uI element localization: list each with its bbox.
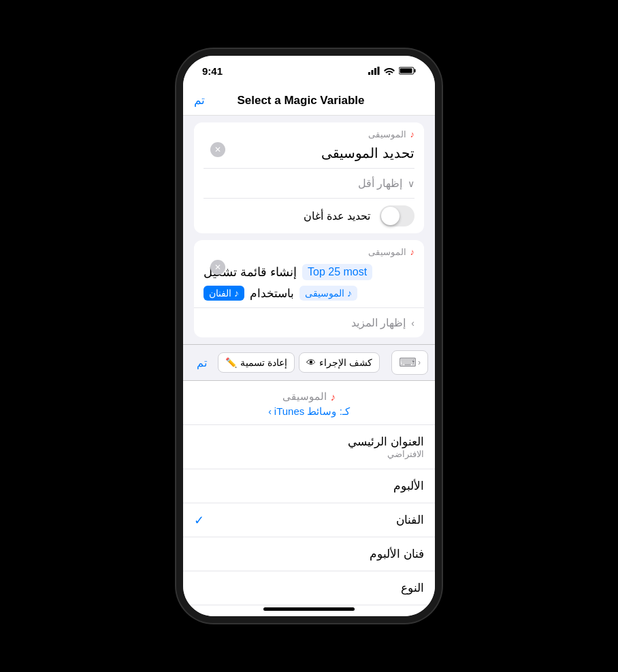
show-less-label: إظهار أقل	[358, 177, 402, 190]
toggle-label: تحديد عدة أغان	[304, 209, 370, 222]
list-item-label: الفنان	[396, 513, 424, 527]
magic-itunes-row: كـ: وسائط iTunes ›	[183, 404, 435, 424]
home-indicator	[263, 607, 355, 611]
music-label-row-2: الموسيقى ♪	[194, 240, 424, 260]
nav-done-button[interactable]: تم	[194, 93, 205, 107]
list-item-label: العنوان الرئيسي	[348, 435, 424, 449]
close-button-2[interactable]: ✕	[210, 260, 225, 275]
toolbar-done-button[interactable]: تم	[190, 352, 214, 373]
checkmark-icon: ✓	[194, 513, 204, 528]
show-action-button[interactable]: 👁 كشف الإجراء	[299, 352, 380, 373]
music-badge-icon: ♪	[347, 288, 352, 299]
status-icons	[368, 67, 416, 75]
itunes-label: كـ: وسائط iTunes	[274, 405, 350, 418]
music-note-icon-1: ♪	[410, 129, 415, 139]
create-playlist-card: الموسيقى ♪ ✕ Top 25 most إنشاء قائمة تشغ…	[194, 240, 424, 337]
music-label-1: الموسيقى	[368, 129, 406, 139]
wifi-icon	[384, 67, 395, 75]
music-select-card: الموسيقى ♪ ✕ تحديد الموسيقى إظهار أقل ∨ …	[194, 122, 424, 233]
card-title-1: تحديد الموسيقى	[321, 145, 414, 161]
list-item[interactable]: النوع	[183, 571, 435, 605]
keyboard-icon: ⌨	[399, 355, 417, 370]
music-badge[interactable]: ♪ الموسيقى	[299, 286, 357, 301]
list-item[interactable]: الألبوم	[183, 469, 435, 503]
list-item-label: فنان الألبوم	[370, 547, 424, 561]
music-label-row: الموسيقى ♪	[194, 122, 424, 142]
show-action-label: كشف الإجراء	[319, 357, 372, 368]
phone-frame: 9:41 تم Select a Ma	[176, 49, 442, 623]
show-more-label: إظهار المزيد	[351, 316, 406, 329]
list-item-label: النوع	[401, 581, 424, 595]
nav-bar: تم Select a Magic Variable	[183, 86, 435, 116]
chevron-left-icon: ‹	[411, 318, 414, 329]
svg-rect-2	[374, 68, 376, 75]
list-item[interactable]: العنوان الرئيسيالافتراضي	[183, 425, 435, 469]
chevron-down-icon: ∨	[408, 178, 414, 189]
toolbar: تم ✏️ إعادة تسمية 👁 كشف الإجراء ⌨ ›	[183, 344, 435, 381]
signal-icon	[368, 67, 380, 75]
list-item-sublabel: الافتراضي	[348, 449, 424, 459]
action-text-row: Top 25 most إنشاء قائمة تشغيل	[194, 260, 424, 284]
show-more-row[interactable]: إظهار المزيد ‹	[194, 307, 424, 337]
nav-title: Select a Magic Variable	[205, 94, 397, 107]
rename-label: إعادة تسمية	[240, 357, 287, 368]
top25-badge[interactable]: Top 25 most	[302, 264, 372, 280]
artist-row: ♪ الموسيقى باستخدام ♪ الفنان	[194, 284, 424, 307]
magic-music-label: الموسيقى	[282, 390, 327, 403]
eye-icon: 👁	[306, 357, 316, 368]
list-item-label: الألبوم	[393, 479, 424, 493]
battery-icon	[399, 67, 416, 75]
artist-badge-label: الفنان	[209, 288, 231, 299]
music-label-2: الموسيقى	[368, 247, 406, 257]
screen-content: الموسيقى ♪ ✕ تحديد الموسيقى إظهار أقل ∨ …	[183, 116, 435, 623]
list-item-label: السنة	[397, 615, 424, 623]
artist-badge-icon: ♪	[234, 288, 239, 299]
using-text: باستخدام	[250, 286, 294, 301]
keyboard-button[interactable]: ⌨ ›	[391, 350, 428, 375]
toggle-row: تحديد عدة أغان	[194, 199, 424, 233]
pencil-icon: ✏️	[225, 357, 237, 368]
svg-rect-1	[372, 70, 374, 75]
show-less-row[interactable]: إظهار أقل ∨	[194, 169, 424, 198]
svg-rect-0	[368, 72, 370, 75]
magic-list: العنوان الرئيسيالافتراضيالألبوم✓الفنانفن…	[183, 425, 435, 623]
rename-button[interactable]: ✏️ إعادة تسمية	[218, 352, 295, 373]
list-item[interactable]: ✓الفنان	[183, 503, 435, 537]
status-bar: 9:41	[183, 56, 435, 86]
status-time: 9:41	[202, 65, 223, 77]
multi-select-toggle[interactable]	[380, 205, 414, 226]
card-title-row: تحديد الموسيقى	[194, 142, 424, 168]
svg-rect-6	[400, 69, 412, 73]
magic-variable-panel: الموسيقى ♪ كـ: وسائط iTunes › العنوان ال…	[183, 381, 435, 623]
music-badge-label: الموسيقى	[305, 288, 344, 299]
magic-music-icon: ♪	[331, 391, 336, 403]
magic-music-row: الموسيقى ♪	[183, 381, 435, 404]
artist-badge[interactable]: ♪ الفنان	[204, 286, 244, 301]
music-note-icon-2: ♪	[410, 247, 415, 257]
svg-rect-5	[414, 69, 416, 73]
chevron-right-icon: ›	[418, 358, 421, 367]
toggle-knob	[381, 207, 400, 225]
svg-rect-3	[378, 67, 380, 75]
list-item[interactable]: فنان الألبوم	[183, 537, 435, 571]
itunes-chevron-icon: ›	[268, 406, 272, 417]
